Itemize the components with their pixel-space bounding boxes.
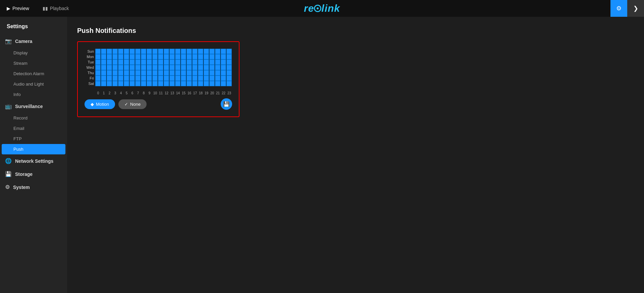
grid-cell[interactable] xyxy=(107,49,112,54)
grid-cell[interactable] xyxy=(158,81,163,86)
grid-cell[interactable] xyxy=(147,49,152,54)
grid-cell[interactable] xyxy=(118,65,123,70)
grid-cell[interactable] xyxy=(175,65,180,70)
grid-cell[interactable] xyxy=(141,81,146,86)
grid-cell[interactable] xyxy=(221,54,226,59)
grid-cell[interactable] xyxy=(221,49,226,54)
grid-cell[interactable] xyxy=(95,54,101,59)
grid-cell[interactable] xyxy=(152,70,158,76)
grid-cell[interactable] xyxy=(107,76,112,81)
grid-cell[interactable] xyxy=(158,65,163,70)
grid-cell[interactable] xyxy=(135,76,141,81)
grid-cell[interactable] xyxy=(186,70,192,76)
grid-cell[interactable] xyxy=(181,54,186,59)
grid-cell[interactable] xyxy=(135,59,141,65)
grid-cell[interactable] xyxy=(158,49,163,54)
grid-cell[interactable] xyxy=(215,76,220,81)
sidebar-item-info[interactable]: Info xyxy=(0,89,67,100)
grid-cell[interactable] xyxy=(186,54,192,59)
grid-cell[interactable] xyxy=(141,70,146,76)
arrow-button[interactable]: ❯ xyxy=(627,0,644,17)
grid-cell[interactable] xyxy=(175,54,180,59)
grid-cell[interactable] xyxy=(107,81,112,86)
grid-cell[interactable] xyxy=(112,81,118,86)
sidebar-item-audio-and-light[interactable]: Audio and Light xyxy=(0,79,67,89)
grid-cell[interactable] xyxy=(198,81,203,86)
grid-cell[interactable] xyxy=(169,65,175,70)
grid-cell[interactable] xyxy=(124,65,129,70)
grid-cell[interactable] xyxy=(226,54,232,59)
sidebar-item-record[interactable]: Record xyxy=(0,113,67,123)
grid-cell[interactable] xyxy=(175,59,180,65)
grid-cell[interactable] xyxy=(135,49,141,54)
grid-cell[interactable] xyxy=(129,76,135,81)
grid-cell[interactable] xyxy=(226,65,232,70)
grid-cell[interactable] xyxy=(129,54,135,59)
grid-cell[interactable] xyxy=(112,54,118,59)
grid-cell[interactable] xyxy=(215,81,220,86)
grid-cell[interactable] xyxy=(152,54,158,59)
grid-cell[interactable] xyxy=(204,81,209,86)
grid-cell[interactable] xyxy=(129,59,135,65)
grid-cell[interactable] xyxy=(192,70,198,76)
grid-cell[interactable] xyxy=(107,54,112,59)
grid-cell[interactable] xyxy=(181,76,186,81)
grid-cell[interactable] xyxy=(169,54,175,59)
grid-cell[interactable] xyxy=(118,76,123,81)
sidebar-category-network[interactable]: 🌐 Network Settings xyxy=(0,154,67,167)
grid-cell[interactable] xyxy=(141,54,146,59)
grid-cell[interactable] xyxy=(198,49,203,54)
grid-cell[interactable] xyxy=(135,81,141,86)
grid-cell[interactable] xyxy=(175,49,180,54)
grid-cell[interactable] xyxy=(192,76,198,81)
grid-cell[interactable] xyxy=(215,65,220,70)
grid-cell[interactable] xyxy=(147,65,152,70)
grid-cell[interactable] xyxy=(226,49,232,54)
grid-cell[interactable] xyxy=(186,49,192,54)
grid-cell[interactable] xyxy=(124,54,129,59)
grid-cell[interactable] xyxy=(221,65,226,70)
grid-cell[interactable] xyxy=(221,70,226,76)
grid-cell[interactable] xyxy=(175,76,180,81)
grid-cell[interactable] xyxy=(101,49,106,54)
grid-cell[interactable] xyxy=(169,70,175,76)
grid-cell[interactable] xyxy=(118,70,123,76)
grid-cell[interactable] xyxy=(215,59,220,65)
grid-cell[interactable] xyxy=(192,65,198,70)
grid-cell[interactable] xyxy=(135,65,141,70)
none-button[interactable]: ✓ None xyxy=(118,99,147,109)
grid-cell[interactable] xyxy=(147,76,152,81)
grid-cell[interactable] xyxy=(101,81,106,86)
grid-cell[interactable] xyxy=(181,65,186,70)
grid-cell[interactable] xyxy=(101,54,106,59)
grid-cell[interactable] xyxy=(164,81,169,86)
grid-cell[interactable] xyxy=(204,54,209,59)
grid-cell[interactable] xyxy=(169,81,175,86)
grid-cell[interactable] xyxy=(152,59,158,65)
grid-cell[interactable] xyxy=(101,76,106,81)
grid-cell[interactable] xyxy=(215,54,220,59)
grid-cell[interactable] xyxy=(152,76,158,81)
grid-cell[interactable] xyxy=(112,70,118,76)
grid-cell[interactable] xyxy=(209,81,215,86)
grid-cell[interactable] xyxy=(107,70,112,76)
playback-tab[interactable]: ▮▮ Playback xyxy=(36,0,76,17)
grid-cell[interactable] xyxy=(95,76,101,81)
grid-cell[interactable] xyxy=(215,70,220,76)
sidebar-item-ftp[interactable]: FTP xyxy=(0,134,67,144)
motion-button[interactable]: ◆ Motion xyxy=(85,99,115,109)
grid-cell[interactable] xyxy=(209,65,215,70)
grid-cell[interactable] xyxy=(192,81,198,86)
grid-cell[interactable] xyxy=(141,49,146,54)
grid-cell[interactable] xyxy=(198,76,203,81)
grid-cell[interactable] xyxy=(107,59,112,65)
sidebar-category-surveillance[interactable]: 📺 Surveillance xyxy=(0,100,67,113)
grid-cell[interactable] xyxy=(181,70,186,76)
grid-cell[interactable] xyxy=(147,54,152,59)
grid-cell[interactable] xyxy=(198,54,203,59)
grid-cell[interactable] xyxy=(209,59,215,65)
grid-cell[interactable] xyxy=(209,49,215,54)
grid-cell[interactable] xyxy=(164,76,169,81)
grid-cell[interactable] xyxy=(204,70,209,76)
grid-cell[interactable] xyxy=(192,59,198,65)
